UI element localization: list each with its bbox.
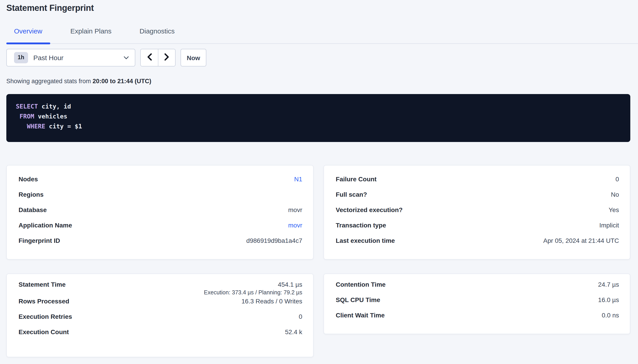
previous-interval-button[interactable] (141, 49, 158, 66)
row-value: No (611, 191, 619, 198)
table-row: Rows Processed 16.3 Reads / 0 Writes (19, 297, 302, 312)
row-label: Nodes (19, 175, 38, 183)
tab-explain-plans-label: Explain Plans (70, 27, 112, 35)
table-row: Client Wait Time 0.0 ns (336, 311, 619, 326)
table-row: Last execution time Apr 05, 2024 at 21:4… (336, 236, 619, 252)
row-subvalue: Execution: 373.4 µs / Planning: 79.2 µs (204, 288, 302, 297)
statement-details-card: Nodes N1 Regions Database movr Applicati (6, 165, 314, 260)
execution-attributes-card: Failure Count 0 Full scan? No Vectorized… (324, 165, 630, 260)
interval-badge: 1h (14, 52, 28, 63)
row-label: Execution Retries (19, 312, 72, 320)
aggregated-stats-prefix: Showing aggregated stats from (6, 78, 93, 84)
time-range-dropdown[interactable]: 1h Past Hour (6, 49, 135, 66)
row-value-link[interactable]: movr (288, 222, 302, 229)
tab-bar: Overview Explain Plans Diagnostics (6, 27, 638, 44)
row-value: Implicit (599, 222, 619, 229)
table-row: Statement Time 454.1 µs Execution: 373.4… (19, 280, 302, 297)
row-label: Failure Count (336, 175, 376, 183)
table-row: Database movr (19, 206, 302, 221)
wait-time-card: Contention Time 24.7 µs SQL CPU Time 16.… (324, 274, 630, 334)
sql-statement-box: SELECT city, id FROM vehicles WHERE city… (6, 94, 630, 142)
row-label: Execution Count (19, 328, 69, 336)
row-label: Transaction type (336, 221, 386, 229)
table-row: Execution Retries 0 (19, 312, 302, 328)
sql-line: WHERE city = $1 (16, 121, 621, 131)
page-title: Statement Fingerprint (6, 2, 630, 14)
summary-cards-grid: Nodes N1 Regions Database movr Applicati (6, 165, 630, 357)
row-label: SQL CPU Time (336, 296, 380, 304)
table-row: Contention Time 24.7 µs (336, 280, 619, 296)
row-label: Last execution time (336, 236, 395, 245)
time-range-selected-label: Past Hour (33, 54, 124, 62)
tab-diagnostics-label: Diagnostics (140, 27, 175, 35)
tab-overview-label: Overview (14, 27, 42, 35)
table-row: Execution Count 52.4 k (19, 328, 302, 343)
row-value: Yes (608, 206, 619, 214)
tab-overview[interactable]: Overview (6, 27, 50, 44)
row-value-link[interactable]: N1 (294, 176, 302, 183)
row-value: 0 (299, 313, 302, 320)
sql-line: FROM vehicles (16, 111, 621, 121)
table-row: Fingerprint ID d986919d9ba1a4c7 (19, 236, 302, 252)
sql-keyword: FROM (20, 112, 34, 120)
table-row: Failure Count 0 (336, 175, 619, 190)
table-row: Regions (19, 190, 302, 206)
row-label: Client Wait Time (336, 311, 385, 319)
row-label: Full scan? (336, 190, 367, 198)
now-button[interactable]: Now (181, 49, 206, 66)
row-label: Database (19, 206, 47, 214)
row-value: d986919d9ba1a4c7 (246, 237, 302, 244)
table-row: SQL CPU Time 16.0 µs (336, 296, 619, 311)
statement-fingerprint-page: Statement Fingerprint Overview Explain P… (0, 2, 638, 364)
row-value: 24.7 µs (598, 281, 619, 288)
row-value: Apr 05, 2024 at 21:44 UTC (543, 237, 619, 244)
table-row: Application Name movr (19, 221, 302, 236)
sql-line: SELECT city, id (16, 101, 621, 111)
time-shift-button-group (140, 49, 176, 66)
chevron-down-icon (124, 56, 129, 60)
aggregated-stats-line: Showing aggregated stats from 20:00 to 2… (6, 78, 630, 84)
row-label: Rows Processed (19, 297, 69, 305)
chevron-left-icon (147, 53, 152, 62)
row-label: Application Name (19, 221, 72, 229)
row-value: 454.1 µs (278, 281, 302, 288)
chevron-right-icon (164, 53, 169, 62)
statement-stats-card: Statement Time 454.1 µs Execution: 373.4… (6, 274, 314, 357)
row-value: 16.3 Reads / 0 Writes (241, 298, 302, 305)
table-row: Vectorized execution? Yes (336, 206, 619, 221)
row-label: Statement Time (19, 280, 66, 288)
next-interval-button[interactable] (158, 49, 175, 66)
row-label: Fingerprint ID (19, 236, 60, 245)
tab-explain-plans[interactable]: Explain Plans (63, 27, 119, 44)
row-value: 0 (615, 176, 619, 183)
sql-keyword: WHERE (27, 122, 45, 130)
aggregated-stats-range: 20:00 to 21:44 (UTC) (93, 78, 151, 84)
table-row: Nodes N1 (19, 175, 302, 190)
row-label: Contention Time (336, 280, 385, 288)
row-value: 16.0 µs (598, 296, 619, 304)
tab-diagnostics[interactable]: Diagnostics (132, 27, 182, 44)
row-value: 52.4 k (285, 328, 302, 336)
row-label: Regions (19, 190, 44, 198)
time-controls: 1h Past Hour Now (6, 49, 630, 66)
row-value: 0.0 ns (602, 312, 619, 319)
row-value: movr (288, 206, 302, 214)
table-row: Transaction type Implicit (336, 221, 619, 236)
sql-keyword: SELECT (16, 103, 38, 110)
table-row: Full scan? No (336, 190, 619, 206)
active-tab-underline (6, 42, 50, 44)
row-label: Vectorized execution? (336, 206, 403, 214)
